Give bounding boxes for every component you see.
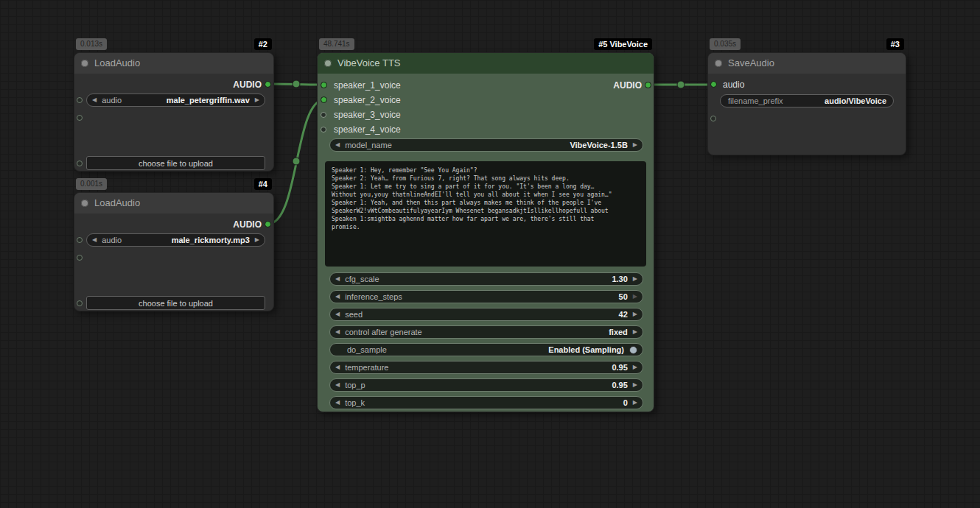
next-value-arrow-icon[interactable]: ▶	[633, 142, 637, 148]
next-value-arrow-icon[interactable]: ▶	[255, 97, 259, 103]
widget-value: 1.30	[612, 275, 627, 283]
node-title-bar[interactable]: LoadAudio	[74, 193, 273, 214]
widget-value: male_rickmorty.mp3	[172, 236, 250, 244]
input-port-speaker-1-voice[interactable]	[321, 82, 327, 88]
seed-widget[interactable]: ◀ seed 42 ▶	[329, 308, 643, 321]
increment-arrow-icon[interactable]: ▶	[633, 382, 637, 388]
output-port-audio[interactable]	[265, 221, 271, 227]
top-p-widget[interactable]: ◀ top_p 0.95 ▶	[329, 378, 643, 392]
decrement-arrow-icon[interactable]: ◀	[335, 294, 340, 300]
widget-label: cfg_scale	[345, 275, 379, 283]
execution-time-badge: 0.035s	[710, 38, 741, 50]
temperature-widget[interactable]: ◀ temperature 0.95 ▶	[329, 361, 643, 374]
prev-value-arrow-icon[interactable]: ◀	[335, 142, 340, 148]
output-port-audio[interactable]	[645, 82, 651, 88]
audio-file-combo-widget[interactable]: ◀ audio male_petergriffin.wav ▶	[86, 94, 265, 107]
filename-prefix-widget[interactable]: filename_prefix audio/VibeVoice	[720, 94, 894, 107]
decrement-arrow-icon[interactable]: ◀	[335, 311, 340, 317]
link-midpoint-dot[interactable]	[293, 158, 300, 165]
widget-label: control after generate	[345, 328, 422, 336]
widget-value: 50	[619, 292, 628, 301]
script-text: Speaker 1: Hey, remember "See You Again"…	[332, 166, 640, 231]
node-order-badge: #3	[886, 38, 904, 50]
prev-value-arrow-icon[interactable]: ◀	[92, 237, 97, 243]
do-sample-toggle-widget[interactable]: do_sample Enabled (Sampling)	[329, 343, 643, 356]
increment-arrow-icon[interactable]: ▶	[633, 311, 637, 317]
decrement-arrow-icon[interactable]: ◀	[335, 276, 340, 282]
widget-value: male_petergriffin.wav	[167, 96, 250, 105]
collapse-dot-icon[interactable]	[324, 60, 332, 67]
node-title-bar[interactable]: SaveAudio	[708, 53, 906, 74]
widget-value: 0.95	[612, 363, 627, 372]
widget-input-dot[interactable]	[77, 97, 83, 103]
output-label-audio: AUDIO	[613, 78, 642, 93]
widget-label: seed	[345, 310, 363, 319]
choose-file-button[interactable]: choose file to upload	[86, 296, 265, 310]
output-port-audio[interactable]	[265, 81, 271, 88]
decrement-arrow-icon[interactable]: ◀	[335, 364, 340, 370]
audio-file-combo-widget[interactable]: ◀ audio male_rickmorty.mp3 ▶	[86, 233, 265, 247]
widget-input-dot[interactable]	[77, 160, 83, 166]
next-value-arrow-icon[interactable]: ▶	[633, 329, 637, 335]
script-text-area[interactable]: Speaker 1: Hey, remember "See You Again"…	[325, 161, 646, 267]
widget-value: 0.95	[612, 381, 627, 389]
node-graph-canvas[interactable]: 0.013s #2 LoadAudio AUDIO ◀ audio male_p…	[0, 0, 980, 508]
increment-arrow-icon[interactable]: ▶	[633, 364, 637, 370]
output-label-audio: AUDIO	[233, 217, 262, 232]
widget-input-dot[interactable]	[710, 116, 716, 121]
node-title-bar[interactable]: VibeVoice TTS	[318, 53, 654, 74]
widget-label: top_k	[345, 398, 365, 407]
widget-label: model_name	[345, 141, 392, 149]
model-name-combo-widget[interactable]: ◀ model_name VibeVoice-1.5B ▶	[329, 138, 643, 152]
link-midpoint-dot[interactable]	[677, 81, 685, 88]
increment-arrow-icon[interactable]: ▶	[633, 294, 637, 300]
input-port-speaker-3-voice[interactable]	[321, 112, 326, 118]
decrement-arrow-icon[interactable]: ◀	[335, 382, 340, 388]
widget-value: fixed	[609, 328, 628, 336]
execution-time-badge: 0.013s	[76, 38, 107, 50]
input-label-speaker-4-voice: speaker_4_voice	[334, 122, 401, 137]
widget-label: audio	[102, 96, 122, 105]
widget-input-dot[interactable]	[77, 115, 83, 121]
node-vibevoice-tts-5[interactable]: 48.741s #5 VibeVoice VibeVoice TTS speak…	[317, 52, 654, 412]
link-midpoint-dot[interactable]	[293, 80, 300, 88]
input-port-speaker-2-voice[interactable]	[321, 96, 327, 103]
widget-input-dot[interactable]	[77, 237, 83, 243]
widget-value: 42	[619, 310, 628, 319]
decrement-arrow-icon[interactable]: ◀	[335, 400, 340, 406]
node-loadaudio-2[interactable]: 0.013s #2 LoadAudio AUDIO ◀ audio male_p…	[74, 52, 274, 172]
collapse-dot-icon[interactable]	[81, 200, 88, 207]
increment-arrow-icon[interactable]: ▶	[633, 276, 637, 282]
collapse-dot-icon[interactable]	[81, 60, 88, 67]
node-title: LoadAudio	[94, 193, 140, 214]
control-after-generate-widget[interactable]: ◀ control after generate fixed ▶	[329, 325, 643, 339]
input-port-speaker-4-voice[interactable]	[321, 127, 326, 133]
choose-file-button[interactable]: choose file to upload	[86, 156, 265, 170]
node-saveaudio-3[interactable]: 0.035s #3 SaveAudio audio filename_prefi…	[707, 52, 906, 155]
toggle-dot-icon[interactable]	[629, 346, 637, 354]
prev-value-arrow-icon[interactable]: ◀	[92, 97, 97, 103]
node-order-badge: #5 VibeVoice	[594, 38, 652, 50]
top-k-widget[interactable]: ◀ top_k 0 ▶	[329, 396, 643, 409]
node-title: LoadAudio	[94, 53, 140, 74]
node-title-bar[interactable]: LoadAudio	[74, 53, 273, 74]
widget-value: VibeVoice-1.5B	[570, 141, 627, 149]
node-title: SaveAudio	[728, 53, 774, 74]
widget-input-dot[interactable]	[77, 300, 83, 306]
node-loadaudio-4[interactable]: 0.001s #4 LoadAudio AUDIO ◀ audio male_r…	[74, 192, 274, 311]
widget-label: filename_prefix	[728, 96, 783, 105]
widget-value: audio/VibeVoice	[825, 96, 886, 105]
prev-value-arrow-icon[interactable]: ◀	[335, 329, 340, 335]
inference-steps-widget[interactable]: ◀ inference_steps 50 ▶	[329, 290, 643, 303]
cfg-scale-widget[interactable]: ◀ cfg_scale 1.30 ▶	[329, 272, 643, 286]
next-value-arrow-icon[interactable]: ▶	[255, 237, 259, 243]
node-title: VibeVoice TTS	[337, 53, 401, 74]
input-port-audio[interactable]	[710, 81, 717, 88]
increment-arrow-icon[interactable]: ▶	[633, 400, 637, 406]
collapse-dot-icon[interactable]	[715, 60, 722, 67]
input-label-speaker-3-voice: speaker_3_voice	[334, 107, 401, 122]
widget-label: top_p	[345, 381, 365, 389]
input-label-speaker-2-voice: speaker_2_voice	[334, 93, 401, 107]
widget-label: do_sample	[347, 345, 387, 354]
widget-input-dot[interactable]	[77, 255, 83, 261]
